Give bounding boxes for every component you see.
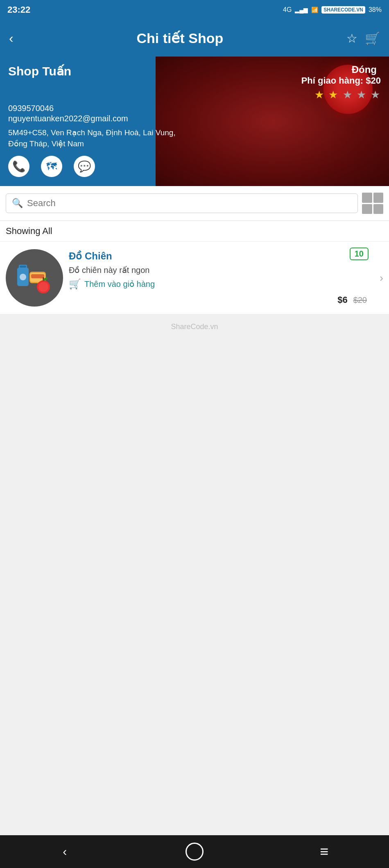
search-area: 🔍 <box>0 186 389 221</box>
price-original: $20 <box>353 295 367 305</box>
shop-name: Shop Tuấn <box>8 64 71 78</box>
grid-cell-2 <box>373 193 384 203</box>
shop-header: Shop Tuấn Đóng Phí giao hàng: $20 ★ ★ ★ … <box>0 57 389 186</box>
shop-header-content: Shop Tuấn Đóng Phí giao hàng: $20 ★ ★ ★ … <box>8 64 381 177</box>
shop-actions: 📞 🗺 💬 <box>8 156 381 177</box>
shop-delivery-fee: Phí giao hàng: $20 <box>301 75 381 86</box>
signal-icon: 📶 <box>311 7 318 13</box>
search-icon: 🔍 <box>12 198 23 209</box>
signal-bars-icon: ▂▄▆ <box>295 7 308 13</box>
map-button[interactable]: 🗺 <box>41 156 62 177</box>
product-description: Đồ chiên này rất ngon <box>69 265 383 275</box>
product-prices: $6 $20 <box>69 295 383 305</box>
star-1: ★ <box>314 89 325 101</box>
main-content: ShareCode.vn <box>0 314 389 806</box>
add-to-cart-button[interactable]: 🛒 Thêm vào giỏ hàng <box>69 278 383 290</box>
product-info: Đồ Chiên Đồ chiên này rất ngon 🛒 Thêm và… <box>69 250 383 305</box>
shop-right-info: Đóng Phí giao hàng: $20 ★ ★ ★ ★ ★ <box>301 64 381 101</box>
nav-home-button[interactable] <box>130 835 260 868</box>
table-row[interactable]: Đồ Chiên Đồ chiên này rất ngon 🛒 Thêm và… <box>0 242 389 314</box>
shop-status: Đóng <box>301 64 377 75</box>
call-button[interactable]: 📞 <box>8 156 29 177</box>
status-time: 23:22 <box>7 5 30 15</box>
price-current: $6 <box>337 295 347 305</box>
grid-cell-3 <box>362 204 372 214</box>
sharecode-badge: SHARECODE.VN <box>321 6 365 14</box>
svg-point-8 <box>38 282 48 292</box>
chat-button[interactable]: 💬 <box>74 156 95 177</box>
battery-text: 38% <box>369 6 382 14</box>
bottom-nav: ‹ ≡ <box>0 835 389 868</box>
svg-rect-6 <box>31 274 44 278</box>
nav-back-button[interactable]: ‹ <box>0 835 130 868</box>
status-right: 4G ▂▄▆ 📶 SHARECODE.VN 38% <box>283 6 382 14</box>
showing-all-label: Showing All <box>0 221 389 242</box>
home-nav-icon <box>185 843 204 861</box>
watermark: ShareCode.vn <box>0 314 389 339</box>
star-2: ★ <box>328 89 339 101</box>
product-image <box>6 249 63 307</box>
cart-icon: 🛒 <box>69 278 81 290</box>
shop-phone: 0939570046 <box>8 104 381 113</box>
nav-menu-button[interactable]: ≡ <box>259 835 389 868</box>
grid-toggle-button[interactable] <box>362 193 383 214</box>
shop-header-row1: Shop Tuấn Đóng Phí giao hàng: $20 ★ ★ ★ … <box>8 64 381 101</box>
shop-name-block: Shop Tuấn <box>8 64 71 78</box>
menu-nav-icon: ≡ <box>320 843 328 860</box>
add-to-cart-label: Thêm vào giỏ hàng <box>84 279 155 289</box>
shop-email: nguyentuanken2022@gmail.com <box>8 114 381 123</box>
product-list: Đồ Chiên Đồ chiên này rất ngon 🛒 Thêm và… <box>0 242 389 314</box>
shop-rating: ★ ★ ★ ★ ★ <box>301 89 381 101</box>
favorite-button[interactable]: ☆ <box>346 31 357 45</box>
chevron-right-icon: › <box>380 272 383 284</box>
nav-actions: ☆ 🛒 <box>346 31 380 45</box>
svg-point-3 <box>20 274 26 280</box>
back-button[interactable]: ‹ <box>9 31 14 46</box>
page-title: Chi tiết Shop <box>14 30 346 46</box>
star-3: ★ <box>343 89 353 101</box>
star-5: ★ <box>371 89 381 101</box>
product-badge: 10 <box>350 248 369 260</box>
search-input[interactable] <box>27 198 352 209</box>
search-input-wrap[interactable]: 🔍 <box>6 193 358 213</box>
status-signal: 4G <box>283 6 292 14</box>
status-bar: 23:22 4G ▂▄▆ 📶 SHARECODE.VN 38% <box>0 0 389 20</box>
nav-bar: ‹ Chi tiết Shop ☆ 🛒 <box>0 20 389 57</box>
grid-cell-4 <box>373 204 384 214</box>
back-nav-icon: ‹ <box>63 845 67 859</box>
product-name: Đồ Chiên <box>69 250 383 262</box>
shop-address: 5M49+C58, Ven Rạch Nga, Định Hoà, Lai Vu… <box>8 127 197 149</box>
cart-button[interactable]: 🛒 <box>365 31 380 45</box>
star-4: ★ <box>357 89 367 101</box>
svg-rect-2 <box>20 266 26 268</box>
food-icon <box>14 257 55 298</box>
grid-cell-1 <box>362 193 372 203</box>
